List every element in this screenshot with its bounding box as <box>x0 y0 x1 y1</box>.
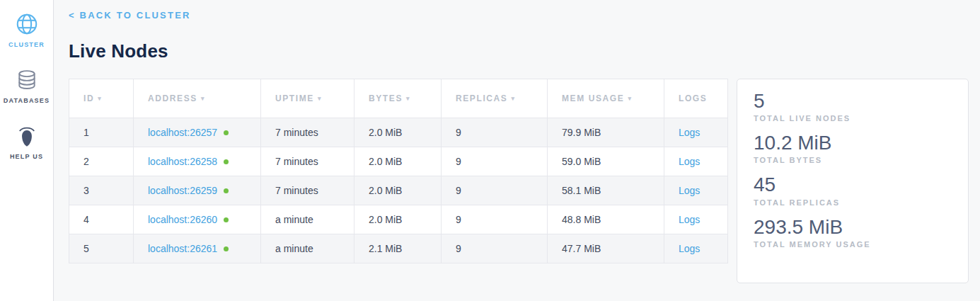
healthy-status-dot-icon <box>224 217 229 222</box>
live-nodes-table: ID▾ ADDRESS▾ UPTIME▾ BYTES▾ REPLICAS▾ ME… <box>69 79 728 263</box>
sort-arrow-icon: ▾ <box>98 95 102 102</box>
sort-arrow-icon: ▾ <box>628 95 632 102</box>
healthy-status-dot-icon <box>224 246 229 251</box>
cell-address: localhost:26259 <box>134 176 261 205</box>
table-row: 2 localhost:26258 7 minutes 2.0 MiB 9 59… <box>69 147 728 176</box>
stat-value: 10.2 MiB <box>754 132 952 154</box>
cell-logs: Logs <box>664 205 728 234</box>
logs-link[interactable]: Logs <box>679 243 700 254</box>
sort-arrow-icon: ▾ <box>318 95 322 102</box>
bug-icon <box>16 122 38 150</box>
stat-value: 45 <box>754 174 952 196</box>
cell-logs: Logs <box>664 234 728 263</box>
cell-bytes: 2.0 MiB <box>354 205 442 234</box>
column-header-label: BYTES <box>369 93 403 103</box>
cell-replicas: 9 <box>442 234 548 263</box>
logs-link[interactable]: Logs <box>679 214 700 225</box>
table-row: 3 localhost:26259 7 minutes 2.0 MiB 9 58… <box>69 176 728 205</box>
summary-stat: 45 TOTAL REPLICAS <box>754 174 952 206</box>
column-header-label: MEM USAGE <box>562 93 624 103</box>
cell-address: localhost:26260 <box>134 205 261 234</box>
column-header-bytes[interactable]: BYTES▾ <box>354 79 442 118</box>
sort-arrow-icon: ▾ <box>406 95 410 102</box>
cell-bytes: 2.0 MiB <box>354 176 442 205</box>
cell-replicas: 9 <box>442 147 548 176</box>
table-row: 1 localhost:26257 7 minutes 2.0 MiB 9 79… <box>69 118 728 147</box>
globe-icon <box>15 10 39 38</box>
content-row: ID▾ ADDRESS▾ UPTIME▾ BYTES▾ REPLICAS▾ ME… <box>69 79 969 283</box>
logs-link[interactable]: Logs <box>679 127 700 138</box>
cell-node-id: 5 <box>69 234 134 263</box>
column-header-logs: LOGS <box>664 79 728 118</box>
cell-mem-usage: 79.9 MiB <box>548 118 664 147</box>
stat-value: 293.5 MiB <box>754 216 952 239</box>
stat-label: TOTAL REPLICAS <box>754 198 952 207</box>
summary-stat: 293.5 MiB TOTAL MEMORY USAGE <box>754 216 952 249</box>
cell-uptime: a minute <box>261 205 354 234</box>
cell-address: localhost:26258 <box>134 147 261 176</box>
address-link[interactable]: localhost:26260 <box>148 214 217 225</box>
cell-uptime: a minute <box>261 234 354 263</box>
healthy-status-dot-icon <box>224 188 229 193</box>
sidebar-item-label: DATABASES <box>4 97 50 104</box>
address-link[interactable]: localhost:26261 <box>148 243 217 254</box>
sidebar-item-databases[interactable]: DATABASES <box>0 66 53 104</box>
sort-arrow-icon: ▾ <box>511 95 515 102</box>
column-header-id[interactable]: ID▾ <box>69 79 134 118</box>
column-header-label: REPLICAS <box>456 93 507 103</box>
cell-address: localhost:26257 <box>134 118 261 147</box>
healthy-status-dot-icon <box>224 130 229 135</box>
cell-node-id: 4 <box>69 205 134 234</box>
app-root: CLUSTER DATABASES HELP US <box>0 0 980 301</box>
cell-uptime: 7 minutes <box>261 176 354 205</box>
cell-bytes: 2.1 MiB <box>354 234 442 263</box>
cell-bytes: 2.0 MiB <box>354 147 442 176</box>
cell-address: localhost:26261 <box>134 234 261 263</box>
logs-link[interactable]: Logs <box>679 156 700 167</box>
cell-logs: Logs <box>664 147 728 176</box>
column-header-address[interactable]: ADDRESS▾ <box>134 79 261 118</box>
cell-replicas: 9 <box>442 205 548 234</box>
main-content: < BACK TO CLUSTER Live Nodes ID▾ ADDRESS… <box>54 0 980 301</box>
page-title: Live Nodes <box>69 40 969 62</box>
cell-node-id: 2 <box>69 147 134 176</box>
table-header-row: ID▾ ADDRESS▾ UPTIME▾ BYTES▾ REPLICAS▾ ME… <box>69 79 728 118</box>
table-row: 5 localhost:26261 a minute 2.1 MiB 9 47.… <box>69 234 728 263</box>
logs-link[interactable]: Logs <box>679 185 700 196</box>
cell-replicas: 9 <box>442 176 548 205</box>
cell-node-id: 3 <box>69 176 134 205</box>
cell-replicas: 9 <box>442 118 548 147</box>
cell-mem-usage: 48.8 MiB <box>548 205 664 234</box>
address-link[interactable]: localhost:26258 <box>148 156 217 167</box>
cell-logs: Logs <box>664 176 728 205</box>
sidebar-item-label: CLUSTER <box>8 41 45 48</box>
cluster-summary-panel: 5 TOTAL LIVE NODES 10.2 MiB TOTAL BYTES … <box>737 79 969 283</box>
cell-bytes: 2.0 MiB <box>354 118 442 147</box>
column-header-label: LOGS <box>679 93 707 103</box>
stat-value: 5 <box>754 90 952 113</box>
cell-mem-usage: 58.1 MiB <box>548 176 664 205</box>
summary-stat: 5 TOTAL LIVE NODES <box>754 90 952 123</box>
column-header-label: ADDRESS <box>148 93 197 103</box>
cell-mem-usage: 59.0 MiB <box>548 147 664 176</box>
column-header-label: UPTIME <box>275 93 314 103</box>
column-header-mem-usage[interactable]: MEM USAGE▾ <box>548 79 664 118</box>
back-to-cluster-link[interactable]: < BACK TO CLUSTER <box>69 10 191 21</box>
address-link[interactable]: localhost:26259 <box>148 185 217 196</box>
cell-uptime: 7 minutes <box>261 118 354 147</box>
sidebar-item-cluster[interactable]: CLUSTER <box>0 10 53 48</box>
column-header-replicas[interactable]: REPLICAS▾ <box>442 79 548 118</box>
stat-label: TOTAL MEMORY USAGE <box>754 240 952 249</box>
column-header-label: ID <box>83 93 94 103</box>
sort-arrow-icon: ▾ <box>201 95 205 102</box>
summary-stat: 10.2 MiB TOTAL BYTES <box>754 132 952 164</box>
table-row: 4 localhost:26260 a minute 2.0 MiB 9 48.… <box>69 205 728 234</box>
sidebar-item-help-us[interactable]: HELP US <box>0 122 53 160</box>
address-link[interactable]: localhost:26257 <box>148 127 217 138</box>
column-header-uptime[interactable]: UPTIME▾ <box>261 79 354 118</box>
cell-node-id: 1 <box>69 118 134 147</box>
cell-uptime: 7 minutes <box>261 147 354 176</box>
stat-label: TOTAL LIVE NODES <box>754 114 952 123</box>
databases-icon <box>16 66 38 94</box>
healthy-status-dot-icon <box>224 159 229 164</box>
